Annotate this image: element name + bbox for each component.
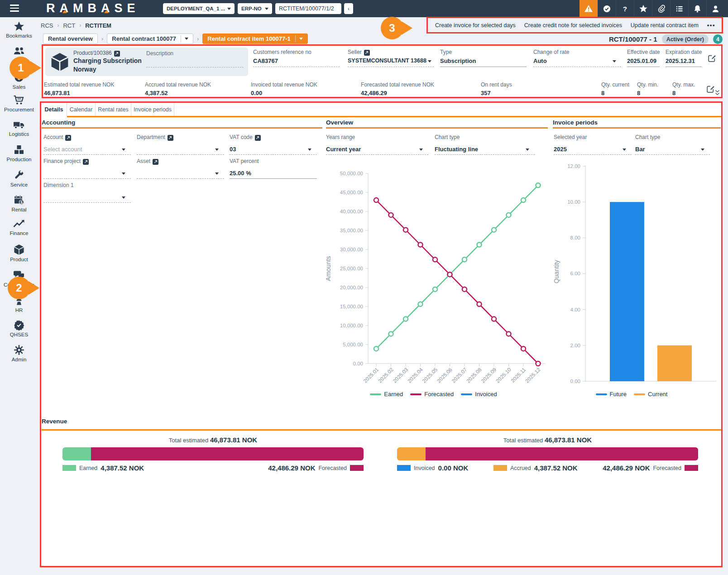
- legend-item-forecasted[interactable]: Forecasted: [410, 391, 454, 398]
- svg-text:15,000.00: 15,000.00: [340, 304, 363, 309]
- change-of-rate-value[interactable]: Auto: [533, 58, 547, 64]
- open-asset-icon[interactable]: [153, 159, 158, 165]
- seller-caret-icon[interactable]: [428, 60, 431, 62]
- legend-item-future[interactable]: Future: [596, 391, 627, 398]
- field-finance-project[interactable]: Finance project: [43, 158, 131, 179]
- attachments-icon[interactable]: [652, 0, 670, 17]
- sidebar-item-qhses[interactable]: QHSES: [0, 320, 38, 337]
- product-link-label[interactable]: Product/100386: [73, 50, 112, 56]
- sidebar-item-product[interactable]: Product: [0, 244, 38, 262]
- customers-ref-value[interactable]: CA83767: [253, 58, 278, 64]
- back-button[interactable]: ‹: [344, 3, 353, 14]
- sidebar-item-production[interactable]: Production: [0, 144, 38, 162]
- record-id-row: RCT/100077 - 1 Active (Order) 4: [609, 34, 723, 44]
- environment-select[interactable]: DEPLOYMENT_QA_1 ...: [163, 3, 235, 14]
- change-of-rate-label: Change of rate: [533, 49, 569, 55]
- open-finance-project-icon[interactable]: [83, 159, 89, 165]
- notifications-icon[interactable]: [688, 0, 706, 17]
- tasks-icon[interactable]: [670, 0, 688, 17]
- field-account[interactable]: AccountSelect account: [43, 134, 131, 155]
- seller-value[interactable]: SYSTEMCONSULTANT 13688: [348, 58, 426, 64]
- legend-item-earned[interactable]: Earned: [370, 391, 403, 398]
- sidebar-item-procurement[interactable]: Procurement: [0, 95, 38, 112]
- more-actions-button[interactable]: •••: [707, 22, 715, 29]
- change-of-rate-caret-icon[interactable]: [613, 60, 616, 62]
- tab-details[interactable]: Details: [41, 103, 67, 116]
- action-create-invoice-for-selected-days[interactable]: Create invoice for selected days: [435, 22, 516, 29]
- expand-chevrons-icon[interactable]: [715, 90, 720, 96]
- field-asset[interactable]: Asset: [137, 158, 224, 179]
- revenue-segment-accrued: [397, 447, 426, 460]
- sidebar-item-bookmarks[interactable]: Bookmarks: [0, 21, 38, 38]
- action-create-credit-note-for-selected-invoices[interactable]: Create credit note for selected invoices: [524, 22, 622, 29]
- type-value[interactable]: Subscription: [440, 58, 476, 64]
- svg-text:2025.09: 2025.09: [480, 367, 498, 384]
- stat-value: 8: [637, 90, 640, 96]
- open-product-icon[interactable]: [114, 51, 120, 57]
- svg-text:Quantity: Quantity: [553, 260, 560, 283]
- expiration-date-value[interactable]: 2025.12.31: [666, 58, 695, 64]
- selected-year-select[interactable]: Selected year 2025: [554, 134, 632, 155]
- seller-label: Seller: [348, 49, 370, 56]
- people-icon: [0, 46, 38, 57]
- legend-item-current[interactable]: Current: [634, 391, 667, 398]
- edit-stats-icon[interactable]: [706, 85, 715, 93]
- svg-text:2.00: 2.00: [570, 343, 580, 348]
- tabline: [67, 116, 721, 117]
- field-department[interactable]: Department: [137, 134, 224, 155]
- field-vat-code[interactable]: VAT code03: [230, 134, 317, 155]
- sidebar-item-finance[interactable]: Finance: [0, 219, 38, 236]
- company-select[interactable]: ERP-NO: [238, 3, 272, 14]
- sidebar-item-label: HR: [0, 307, 38, 313]
- sidebar-item-service[interactable]: Service: [0, 170, 38, 187]
- open-vat-code-icon[interactable]: [255, 135, 261, 141]
- breadcrumb-item-rcs[interactable]: RCS: [41, 22, 53, 29]
- sidebar-item-logistics[interactable]: Logistics: [0, 120, 38, 137]
- open-department-icon[interactable]: [168, 135, 173, 141]
- sidebar-item-admin[interactable]: Admin: [0, 345, 38, 362]
- svg-text:2025.06: 2025.06: [436, 367, 453, 384]
- approval-icon[interactable]: [598, 0, 616, 17]
- tab-calendar[interactable]: Calendar: [67, 103, 96, 116]
- gear-icon: [0, 345, 38, 355]
- rambase-logo[interactable]: RAMBASE: [46, 1, 140, 15]
- favorites-icon[interactable]: [634, 0, 652, 17]
- overview-chart-type-select[interactable]: Chart type Fluctuating line: [435, 134, 535, 155]
- breadcrumb-item-rct[interactable]: RCT: [63, 22, 75, 29]
- field-dimension-1[interactable]: Dimension 1: [43, 182, 131, 203]
- callout-2: 2: [8, 277, 30, 299]
- menu-icon[interactable]: [10, 5, 20, 14]
- action-update-rental-contract-item[interactable]: Update rental contract item: [631, 22, 699, 29]
- sidebar-item-label: Product: [0, 257, 38, 262]
- nav-chip-2[interactable]: Rental contract item 100077-1: [202, 34, 308, 44]
- help-icon[interactable]: ?: [616, 0, 634, 17]
- tab-invoice-periods[interactable]: Invoice periods: [131, 103, 174, 116]
- effective-date-label: Effective date: [627, 49, 660, 55]
- stat-value: 4,387.52: [145, 90, 168, 96]
- field-vat-percent[interactable]: VAT percent25.00 %: [230, 158, 317, 179]
- svg-text:0.00: 0.00: [353, 361, 363, 366]
- overview-heading: Overview: [326, 119, 353, 126]
- invoice-chart-type-select[interactable]: Chart type Bar: [635, 134, 710, 155]
- stat-value: 42,486.29: [361, 90, 387, 96]
- open-seller-icon[interactable]: [364, 50, 370, 56]
- bar-chart-legend: FutureCurrent: [543, 391, 720, 398]
- breadcrumb-item-rctitem[interactable]: RCTITEM: [85, 22, 111, 29]
- description-input[interactable]: [146, 67, 244, 67]
- badge-icon: [0, 320, 38, 331]
- open-account-icon[interactable]: [65, 135, 71, 141]
- search-input[interactable]: RCTITEM/100077/1/2: [275, 3, 341, 14]
- tab-rental-rates[interactable]: Rental rates: [96, 103, 131, 116]
- legend-item-invoiced[interactable]: Invoiced: [461, 391, 497, 398]
- effective-date-value[interactable]: 2025.01.09: [627, 58, 656, 64]
- alert-icon[interactable]: [580, 0, 598, 17]
- revenue-segment-forecasted: [426, 447, 698, 460]
- sidebar-item-rental[interactable]: $Rental: [0, 195, 38, 212]
- nav-chip-1[interactable]: Rental contract 100077: [107, 34, 193, 44]
- edit-header-icon[interactable]: [708, 54, 716, 62]
- nav-chip-0[interactable]: Rental overview: [43, 34, 98, 44]
- account-icon[interactable]: [706, 0, 724, 17]
- years-range-select[interactable]: Years range Current year: [326, 134, 428, 155]
- sidebar-item-label: Sales: [0, 84, 38, 90]
- customers-ref-underline: [253, 67, 340, 67]
